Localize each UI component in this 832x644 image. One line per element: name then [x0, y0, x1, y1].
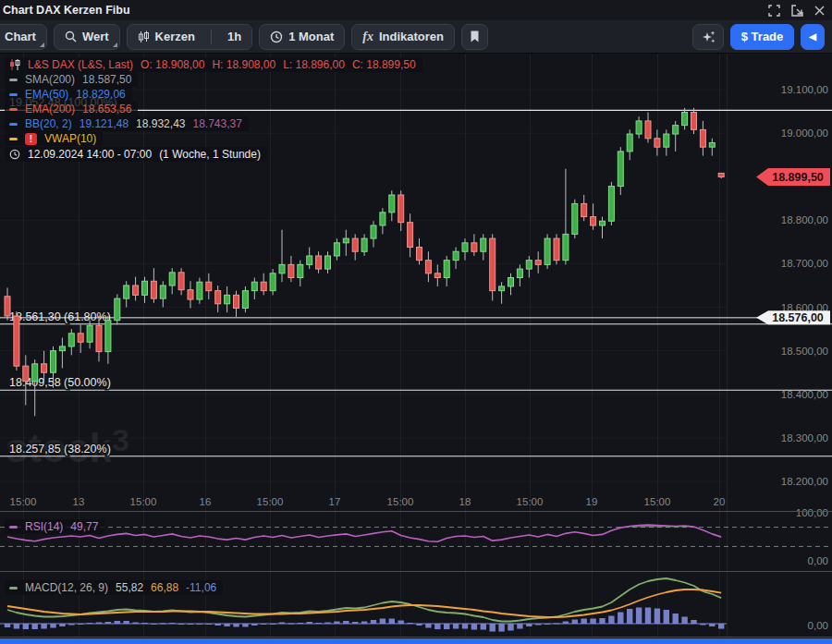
legend-text: EMA(50) [25, 88, 68, 101]
chevron-left-icon: ◀ [809, 31, 816, 42]
legend-swatch [9, 587, 18, 589]
legend-swatch [9, 123, 18, 126]
legend-text: 18.932,43 [136, 117, 185, 130]
chart-type-button[interactable]: Chart [0, 24, 47, 50]
indicators-label: Indikatoren [379, 30, 444, 43]
svg-text:13: 13 [73, 496, 85, 507]
legend-row-6[interactable]: 12.09.2024 14:00 - 07:00(1 Woche, 1 Stun… [5, 147, 267, 162]
svg-text:0,00: 0,00 [808, 555, 828, 566]
svg-text:18.700,00: 18.700,00 [781, 258, 828, 269]
legend-row-4[interactable]: BB(20, 2)19.121,4818.932,4318.743,37 [5, 116, 249, 131]
legend-text: 12.09.2024 14:00 - 07:00 [28, 148, 152, 161]
search-icon [65, 30, 77, 43]
legend-text: (1 Woche, 1 Stunde) [159, 148, 261, 161]
collapse-panel-button[interactable]: ◀ [801, 24, 825, 50]
chart-type-label: Chart [5, 30, 36, 43]
candle-style-label: Kerzen [155, 30, 195, 43]
trade-label: $ Trade [741, 30, 784, 43]
legend-swatch [9, 79, 18, 81]
ai-sparkle-button[interactable] [692, 24, 724, 50]
legend-text: VWAP(10) [44, 132, 96, 145]
interval-button[interactable]: 1h [217, 25, 251, 49]
legend-text: 18.587,50 [82, 73, 131, 86]
time-range-label: 1 Monat [288, 30, 334, 43]
candle-style-button[interactable]: Kerzen [128, 25, 205, 49]
legend-text: -11,06 [186, 581, 216, 594]
legend-text: O: 18.908,00 [141, 58, 204, 71]
legend-row-0[interactable]: L&S DAX (L&S, Last)O: 18.908,00H: 18.908… [5, 57, 422, 72]
svg-text:18.300,00: 18.300,00 [781, 432, 828, 444]
svg-text:18.500,00: 18.500,00 [781, 346, 828, 357]
svg-text:18.899,50: 18.899,50 [772, 171, 824, 184]
price-chart[interactable]: stock319.100,0019.000,0018.800,0018.700,… [0, 54, 832, 644]
close-icon[interactable] [814, 6, 825, 16]
legend-text: 19.121,48 [80, 117, 128, 130]
symbol-search-button[interactable]: Wert [54, 24, 120, 50]
svg-text:18.800,00: 18.800,00 [781, 214, 828, 225]
legend-swatch [9, 138, 18, 140]
svg-text:15:00: 15:00 [257, 496, 284, 507]
legend-text: H: 18.908,00 [212, 58, 275, 71]
legend-row-3[interactable]: EMA(200)18.653,56 [5, 102, 138, 116]
legend-text: BB(20, 2) [25, 117, 72, 130]
symbol-search-label: Wert [82, 30, 109, 43]
rsi-line [7, 525, 721, 541]
fullscreen-icon[interactable] [768, 5, 780, 17]
legend-row-5[interactable]: !VWAP(10) [5, 131, 103, 146]
fx-icon: fx [362, 30, 373, 44]
time-axis: 15:001315:001615:001715:001815:001915:00… [10, 496, 726, 507]
legend-text: RSI(14) [25, 520, 63, 533]
chart-area: stock319.100,0019.000,0018.800,0018.700,… [0, 54, 832, 644]
chart-toolbar: Chart Wert Kerzen 1h 1 Monat fx Indikato… [0, 20, 832, 54]
legend-text: SMA(200) [25, 73, 75, 86]
titlebar: Chart DAX Kerzen Fibu [0, 0, 832, 20]
sparkle-icon [701, 30, 716, 44]
legend-row-2[interactable]: EMA(50)18.829,06 [5, 87, 132, 102]
bookmark-icon [470, 30, 480, 43]
legend-text: 49,77 [70, 520, 98, 533]
legend-text: EMA(200) [25, 103, 75, 115]
popout-icon[interactable] [791, 5, 803, 17]
legend-row-1[interactable]: SMA(200)18.587,50 [5, 72, 138, 87]
svg-text:16: 16 [200, 496, 212, 507]
svg-text:19.100,00: 19.100,00 [781, 84, 828, 95]
legend-text: 55,82 [116, 581, 143, 594]
svg-text:17: 17 [329, 496, 341, 507]
clock-icon [270, 30, 283, 43]
legend-text: 66,88 [151, 581, 178, 594]
legend-swatch [9, 108, 18, 111]
svg-text:15:00: 15:00 [130, 496, 157, 507]
legend-text: L: 18.896,00 [283, 58, 345, 71]
legend-swatch [9, 93, 18, 96]
svg-text:20: 20 [714, 496, 726, 507]
divider [211, 30, 212, 44]
candle-interval-group: Kerzen 1h [127, 24, 253, 50]
macd-legend-row[interactable]: MACD(12, 26, 9)55,8266,88-11,06 [5, 580, 223, 595]
legend-text: MACD(12, 26, 9) [25, 581, 108, 594]
legend-text: 18.743,37 [192, 117, 241, 130]
svg-text:18.257,85 (38.20%): 18.257,85 (38.20%) [9, 443, 111, 456]
svg-text:100,00: 100,00 [796, 507, 828, 518]
window-resize-strip[interactable] [0, 638, 832, 644]
indicators-button[interactable]: fx Indikatoren [351, 24, 455, 50]
trade-button[interactable]: $ Trade [730, 24, 795, 50]
svg-text:15:00: 15:00 [517, 496, 544, 507]
time-range-button[interactable]: 1 Monat [259, 24, 345, 50]
svg-text:19: 19 [586, 496, 598, 507]
rsi-legend-row[interactable]: RSI(14)49,77 [5, 519, 104, 534]
interval-label: 1h [227, 30, 241, 43]
svg-text:15:00: 15:00 [10, 496, 37, 507]
svg-text:0,00: 0,00 [808, 620, 828, 631]
window-title: Chart DAX Kerzen Fibu [3, 4, 130, 17]
svg-text:18.576,00: 18.576,00 [772, 311, 824, 324]
legend-text: 18.829,06 [76, 88, 125, 101]
price-axis: 19.100,0019.000,0018.800,0018.700,0018.6… [781, 84, 828, 631]
svg-text:18: 18 [459, 496, 471, 507]
clock-icon [9, 149, 20, 160]
legend-text: L&S DAX (L&S, Last) [28, 58, 133, 71]
svg-text:18.200,00: 18.200,00 [781, 476, 828, 487]
legend-text: C: 18.899,50 [352, 58, 416, 71]
warning-icon: ! [25, 133, 37, 145]
bookmark-button[interactable] [461, 24, 488, 50]
svg-text:18.561,30 (61.80%): 18.561,30 (61.80%) [9, 310, 111, 323]
